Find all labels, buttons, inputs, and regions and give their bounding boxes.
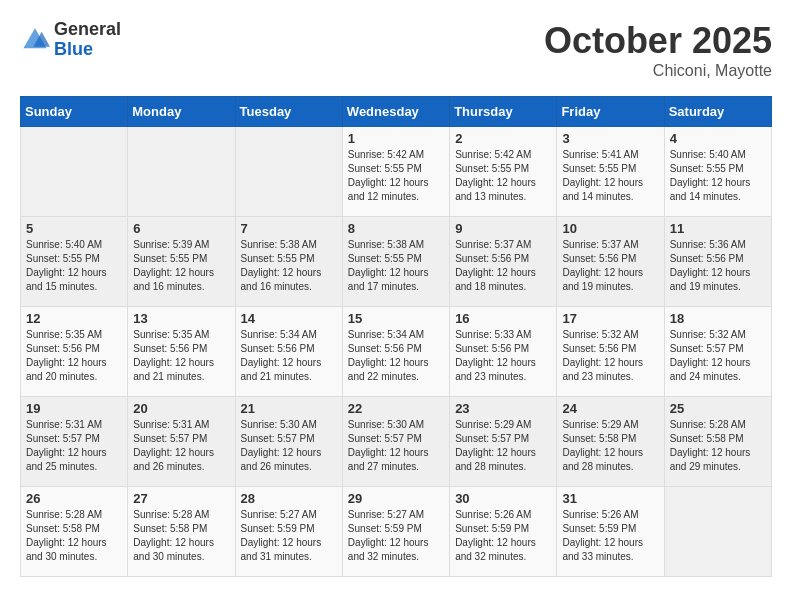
weekday-header: Thursday: [450, 97, 557, 127]
day-info: Sunrise: 5:32 AMSunset: 5:57 PMDaylight:…: [670, 329, 751, 382]
weekday-header: Wednesday: [342, 97, 449, 127]
day-info: Sunrise: 5:40 AMSunset: 5:55 PMDaylight:…: [670, 149, 751, 202]
day-info: Sunrise: 5:31 AMSunset: 5:57 PMDaylight:…: [133, 419, 214, 472]
calendar-table: SundayMondayTuesdayWednesdayThursdayFrid…: [20, 96, 772, 577]
calendar-cell: 26Sunrise: 5:28 AMSunset: 5:58 PMDayligh…: [21, 487, 128, 577]
day-number: 18: [670, 311, 766, 326]
weekday-header: Sunday: [21, 97, 128, 127]
day-info: Sunrise: 5:28 AMSunset: 5:58 PMDaylight:…: [133, 509, 214, 562]
day-number: 8: [348, 221, 444, 236]
calendar-cell: 6Sunrise: 5:39 AMSunset: 5:55 PMDaylight…: [128, 217, 235, 307]
calendar-cell: 5Sunrise: 5:40 AMSunset: 5:55 PMDaylight…: [21, 217, 128, 307]
day-number: 22: [348, 401, 444, 416]
day-number: 25: [670, 401, 766, 416]
day-info: Sunrise: 5:38 AMSunset: 5:55 PMDaylight:…: [348, 239, 429, 292]
day-number: 6: [133, 221, 229, 236]
calendar-cell: 31Sunrise: 5:26 AMSunset: 5:59 PMDayligh…: [557, 487, 664, 577]
calendar-cell: 29Sunrise: 5:27 AMSunset: 5:59 PMDayligh…: [342, 487, 449, 577]
calendar-cell: 25Sunrise: 5:28 AMSunset: 5:58 PMDayligh…: [664, 397, 771, 487]
day-number: 16: [455, 311, 551, 326]
logo-icon: [20, 25, 50, 55]
day-info: Sunrise: 5:36 AMSunset: 5:56 PMDaylight:…: [670, 239, 751, 292]
day-info: Sunrise: 5:40 AMSunset: 5:55 PMDaylight:…: [26, 239, 107, 292]
logo-general-text: General: [54, 20, 121, 40]
weekday-header: Monday: [128, 97, 235, 127]
weekday-header: Tuesday: [235, 97, 342, 127]
day-info: Sunrise: 5:27 AMSunset: 5:59 PMDaylight:…: [348, 509, 429, 562]
day-info: Sunrise: 5:30 AMSunset: 5:57 PMDaylight:…: [348, 419, 429, 472]
title-block: October 2025 Chiconi, Mayotte: [544, 20, 772, 80]
day-number: 17: [562, 311, 658, 326]
calendar-cell: [21, 127, 128, 217]
day-number: 14: [241, 311, 337, 326]
day-number: 3: [562, 131, 658, 146]
calendar-cell: 10Sunrise: 5:37 AMSunset: 5:56 PMDayligh…: [557, 217, 664, 307]
calendar-cell: 17Sunrise: 5:32 AMSunset: 5:56 PMDayligh…: [557, 307, 664, 397]
calendar-cell: [235, 127, 342, 217]
day-number: 20: [133, 401, 229, 416]
day-info: Sunrise: 5:39 AMSunset: 5:55 PMDaylight:…: [133, 239, 214, 292]
day-number: 31: [562, 491, 658, 506]
calendar-cell: 12Sunrise: 5:35 AMSunset: 5:56 PMDayligh…: [21, 307, 128, 397]
day-number: 12: [26, 311, 122, 326]
logo-blue-text: Blue: [54, 40, 121, 60]
day-number: 27: [133, 491, 229, 506]
page-header: General Blue October 2025 Chiconi, Mayot…: [20, 20, 772, 80]
weekday-header: Friday: [557, 97, 664, 127]
day-info: Sunrise: 5:33 AMSunset: 5:56 PMDaylight:…: [455, 329, 536, 382]
calendar-cell: 22Sunrise: 5:30 AMSunset: 5:57 PMDayligh…: [342, 397, 449, 487]
weekday-header-row: SundayMondayTuesdayWednesdayThursdayFrid…: [21, 97, 772, 127]
day-info: Sunrise: 5:42 AMSunset: 5:55 PMDaylight:…: [348, 149, 429, 202]
calendar-week-row: 26Sunrise: 5:28 AMSunset: 5:58 PMDayligh…: [21, 487, 772, 577]
calendar-cell: 4Sunrise: 5:40 AMSunset: 5:55 PMDaylight…: [664, 127, 771, 217]
calendar-cell: [664, 487, 771, 577]
day-info: Sunrise: 5:26 AMSunset: 5:59 PMDaylight:…: [455, 509, 536, 562]
day-info: Sunrise: 5:34 AMSunset: 5:56 PMDaylight:…: [348, 329, 429, 382]
day-number: 23: [455, 401, 551, 416]
calendar-week-row: 12Sunrise: 5:35 AMSunset: 5:56 PMDayligh…: [21, 307, 772, 397]
calendar-week-row: 1Sunrise: 5:42 AMSunset: 5:55 PMDaylight…: [21, 127, 772, 217]
day-info: Sunrise: 5:29 AMSunset: 5:58 PMDaylight:…: [562, 419, 643, 472]
day-number: 24: [562, 401, 658, 416]
calendar-cell: 9Sunrise: 5:37 AMSunset: 5:56 PMDaylight…: [450, 217, 557, 307]
day-number: 21: [241, 401, 337, 416]
calendar-cell: [128, 127, 235, 217]
day-info: Sunrise: 5:28 AMSunset: 5:58 PMDaylight:…: [26, 509, 107, 562]
day-number: 15: [348, 311, 444, 326]
day-number: 28: [241, 491, 337, 506]
day-info: Sunrise: 5:34 AMSunset: 5:56 PMDaylight:…: [241, 329, 322, 382]
day-info: Sunrise: 5:35 AMSunset: 5:56 PMDaylight:…: [26, 329, 107, 382]
day-number: 10: [562, 221, 658, 236]
calendar-week-row: 5Sunrise: 5:40 AMSunset: 5:55 PMDaylight…: [21, 217, 772, 307]
calendar-cell: 1Sunrise: 5:42 AMSunset: 5:55 PMDaylight…: [342, 127, 449, 217]
calendar-cell: 30Sunrise: 5:26 AMSunset: 5:59 PMDayligh…: [450, 487, 557, 577]
day-number: 30: [455, 491, 551, 506]
calendar-cell: 20Sunrise: 5:31 AMSunset: 5:57 PMDayligh…: [128, 397, 235, 487]
day-info: Sunrise: 5:37 AMSunset: 5:56 PMDaylight:…: [562, 239, 643, 292]
calendar-cell: 13Sunrise: 5:35 AMSunset: 5:56 PMDayligh…: [128, 307, 235, 397]
day-number: 5: [26, 221, 122, 236]
calendar-cell: 14Sunrise: 5:34 AMSunset: 5:56 PMDayligh…: [235, 307, 342, 397]
day-info: Sunrise: 5:28 AMSunset: 5:58 PMDaylight:…: [670, 419, 751, 472]
calendar-cell: 21Sunrise: 5:30 AMSunset: 5:57 PMDayligh…: [235, 397, 342, 487]
day-number: 29: [348, 491, 444, 506]
day-info: Sunrise: 5:32 AMSunset: 5:56 PMDaylight:…: [562, 329, 643, 382]
day-number: 11: [670, 221, 766, 236]
day-info: Sunrise: 5:31 AMSunset: 5:57 PMDaylight:…: [26, 419, 107, 472]
day-number: 1: [348, 131, 444, 146]
calendar-cell: 24Sunrise: 5:29 AMSunset: 5:58 PMDayligh…: [557, 397, 664, 487]
logo: General Blue: [20, 20, 121, 60]
day-info: Sunrise: 5:35 AMSunset: 5:56 PMDaylight:…: [133, 329, 214, 382]
day-info: Sunrise: 5:41 AMSunset: 5:55 PMDaylight:…: [562, 149, 643, 202]
day-info: Sunrise: 5:42 AMSunset: 5:55 PMDaylight:…: [455, 149, 536, 202]
calendar-cell: 19Sunrise: 5:31 AMSunset: 5:57 PMDayligh…: [21, 397, 128, 487]
day-info: Sunrise: 5:29 AMSunset: 5:57 PMDaylight:…: [455, 419, 536, 472]
day-number: 4: [670, 131, 766, 146]
calendar-cell: 2Sunrise: 5:42 AMSunset: 5:55 PMDaylight…: [450, 127, 557, 217]
calendar-cell: 3Sunrise: 5:41 AMSunset: 5:55 PMDaylight…: [557, 127, 664, 217]
calendar-cell: 27Sunrise: 5:28 AMSunset: 5:58 PMDayligh…: [128, 487, 235, 577]
calendar-cell: 18Sunrise: 5:32 AMSunset: 5:57 PMDayligh…: [664, 307, 771, 397]
weekday-header: Saturday: [664, 97, 771, 127]
calendar-cell: 15Sunrise: 5:34 AMSunset: 5:56 PMDayligh…: [342, 307, 449, 397]
day-number: 13: [133, 311, 229, 326]
